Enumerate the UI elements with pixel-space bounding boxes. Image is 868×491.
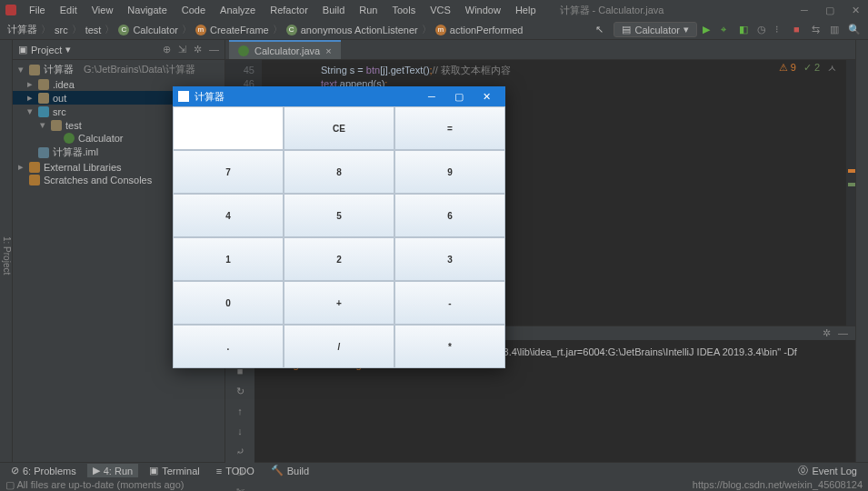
debug-icon[interactable]: ⌖ — [721, 24, 733, 36]
clear-icon[interactable]: ✄ — [233, 484, 247, 491]
main-menu: File Edit View Navigate Code Analyze Ref… — [24, 3, 542, 17]
menu-refactor[interactable]: Refactor — [264, 3, 314, 17]
close-tab-icon[interactable]: × — [325, 45, 331, 56]
restart-icon[interactable]: ↻ — [233, 384, 247, 398]
crumb-pkg[interactable]: test — [85, 25, 102, 35]
calc-btn-3[interactable]: 3 — [394, 237, 505, 281]
calc-btn-multiply[interactable]: * — [394, 325, 505, 368]
stop-icon[interactable]: ■ — [793, 24, 806, 36]
calc-btn-1[interactable]: 1 — [173, 237, 284, 281]
menu-code[interactable]: Code — [176, 3, 211, 17]
run-config-selector[interactable]: ▤ Calculator ▾ — [614, 22, 697, 37]
crumb-method1[interactable]: mCreateFrame — [195, 25, 269, 35]
calc-btn-4[interactable]: 4 — [173, 194, 284, 237]
tab-build[interactable]: 🔨 Build — [265, 464, 314, 477]
calculator-window[interactable]: 计算器 ─ ▢ ✕ CE = 7 8 9 4 5 6 1 2 3 0 + - .… — [173, 86, 505, 368]
profile-icon[interactable]: ◷ — [757, 24, 770, 36]
attach-icon[interactable]: ⁝ — [775, 24, 788, 36]
right-tool-stripe[interactable] — [855, 40, 868, 462]
tab-problems[interactable]: ⊘ 6: Problems — [5, 464, 82, 477]
hide-icon[interactable]: — — [209, 44, 219, 55]
app-logo — [5, 5, 16, 15]
up-icon[interactable]: ↑ — [233, 404, 247, 418]
status-text: ▢ All files are up-to-date (moments ago) — [5, 479, 184, 491]
status-right: https://blog.csdn.net/weixin_45608124 — [693, 479, 863, 490]
calc-btn-dot[interactable]: . — [173, 325, 284, 368]
menu-view[interactable]: View — [86, 3, 119, 17]
calc-btn-minus[interactable]: - — [394, 281, 505, 325]
crumb-project[interactable]: 计算器 — [7, 23, 37, 36]
project-view-label[interactable]: ▣ Project ▾ — [18, 44, 71, 55]
calc-btn-2[interactable]: 2 — [284, 237, 394, 281]
calc-btn-9[interactable]: 9 — [394, 150, 505, 194]
calc-btn-0[interactable]: 0 — [173, 281, 284, 325]
navigation-bar: 计算器〉 src〉 test〉 CCalculator〉 mCreateFram… — [0, 20, 868, 40]
expand-all-icon[interactable]: ⇲ — [178, 44, 186, 55]
window-title: 计算器 - Calculator.java — [560, 4, 664, 17]
tab-run[interactable]: ▶ 4: Run — [87, 464, 138, 477]
tab-todo[interactable]: ≡ TODO — [211, 465, 260, 477]
calc-btn-7[interactable]: 7 — [173, 150, 284, 194]
menu-vcs[interactable]: VCS — [424, 3, 456, 17]
tab-terminal[interactable]: ▣ Terminal — [144, 464, 205, 477]
tree-root[interactable]: ▾计算器 G:\JetBrains\Data\计算器 — [13, 62, 224, 77]
minimize-button[interactable]: ─ — [797, 5, 812, 16]
calc-title: 计算器 — [195, 90, 224, 104]
search-everywhere-icon[interactable]: 🔍 — [848, 24, 861, 36]
menu-window[interactable]: Window — [460, 3, 506, 17]
calc-btn-ce[interactable]: CE — [284, 106, 394, 150]
calc-close-button[interactable]: ✕ — [473, 91, 500, 103]
select-opened-icon[interactable]: ⊕ — [163, 44, 171, 55]
calc-btn-plus[interactable]: + — [284, 281, 394, 325]
calc-maximize-button[interactable]: ▢ — [445, 91, 473, 103]
wrap-icon[interactable]: ⤾ — [233, 444, 247, 458]
calc-button-grid: CE = 7 8 9 4 5 6 1 2 3 0 + - . / * — [173, 106, 505, 368]
run-icon[interactable]: ▶ — [703, 24, 715, 36]
calc-btn-divide[interactable]: / — [284, 325, 394, 368]
editor-tab-label: Calculator.java — [254, 45, 320, 56]
vcs-icon[interactable]: ⇆ — [812, 24, 824, 36]
maximize-button[interactable]: ▢ — [823, 5, 837, 16]
calc-display — [173, 106, 284, 150]
crumb-src[interactable]: src — [55, 25, 68, 35]
calc-app-icon — [178, 91, 189, 102]
calc-btn-equals[interactable]: = — [394, 106, 505, 150]
tab-event-log[interactable]: ⓪ Event Log — [793, 463, 863, 478]
down-icon[interactable]: ↓ — [233, 424, 247, 438]
settings-icon[interactable]: ✲ — [194, 44, 202, 55]
structure-icon[interactable]: ▥ — [830, 24, 843, 36]
search-icon[interactable]: ↖ — [595, 24, 608, 36]
left-tool-stripe[interactable]: 1: Project — [0, 40, 13, 462]
calc-btn-5[interactable]: 5 — [284, 194, 394, 237]
calc-titlebar[interactable]: 计算器 ─ ▢ ✕ — [173, 86, 505, 106]
menu-edit[interactable]: Edit — [55, 3, 83, 17]
inspection-status[interactable]: ⚠ 9 ✓ 2 ㅅ — [779, 62, 837, 75]
menu-tools[interactable]: Tools — [386, 3, 421, 17]
menu-run[interactable]: Run — [354, 3, 383, 17]
crumb-method2[interactable]: mactionPerformed — [435, 25, 524, 35]
title-bar: File Edit View Navigate Code Analyze Ref… — [0, 0, 868, 20]
coverage-icon[interactable]: ◧ — [739, 24, 752, 36]
error-stripe[interactable] — [846, 60, 855, 326]
run-hide-icon[interactable]: — — [838, 327, 848, 339]
menu-analyze[interactable]: Analyze — [215, 3, 261, 17]
calc-btn-8[interactable]: 8 — [284, 150, 394, 194]
menu-help[interactable]: Help — [510, 3, 542, 17]
crumb-class[interactable]: CCalculator — [118, 25, 178, 35]
menu-file[interactable]: File — [24, 3, 51, 17]
menu-navigate[interactable]: Navigate — [122, 3, 172, 17]
menu-build[interactable]: Build — [317, 3, 350, 17]
class-icon — [238, 45, 249, 56]
editor-tab[interactable]: Calculator.java × — [229, 40, 341, 59]
run-settings-icon[interactable]: ✲ — [823, 327, 831, 339]
calc-minimize-button[interactable]: ─ — [418, 91, 445, 103]
crumb-anon[interactable]: Canonymous ActionListener — [286, 25, 418, 35]
close-button[interactable]: ✕ — [848, 5, 863, 16]
calc-btn-6[interactable]: 6 — [394, 194, 505, 237]
